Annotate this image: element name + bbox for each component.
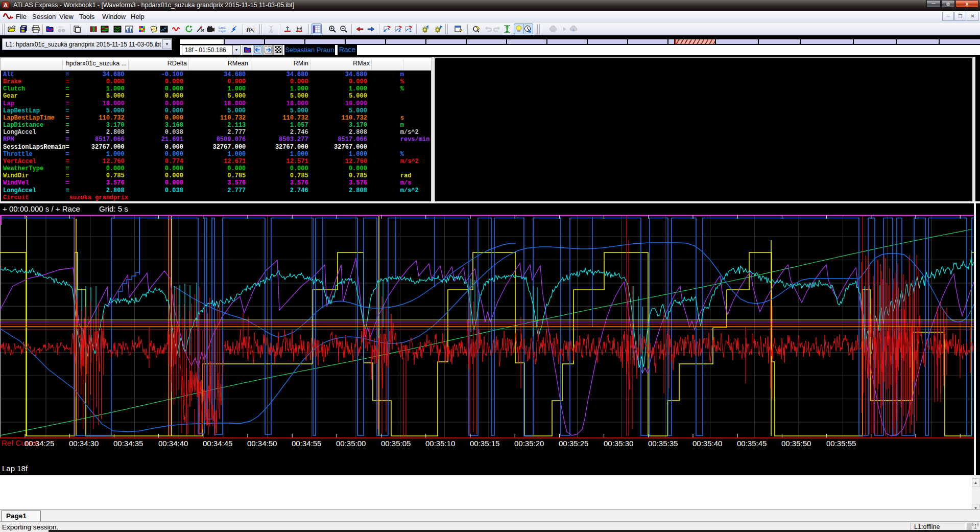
svg-text:Lap2: Lap2: [219, 29, 226, 33]
svg-text:N: N: [201, 29, 204, 32]
svg-text:Lap1: Lap1: [219, 26, 226, 29]
svg-text:REC: REC: [58, 26, 64, 29]
svg-text:M: M: [529, 30, 531, 33]
svg-text:f(x): f(x): [247, 26, 254, 33]
